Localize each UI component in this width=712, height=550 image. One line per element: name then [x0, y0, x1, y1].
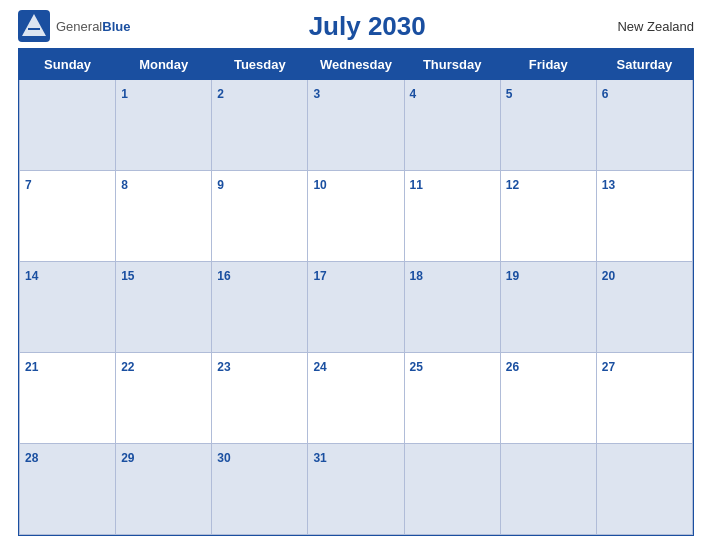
day-number: 2: [217, 87, 224, 101]
calendar-week-3: 14151617181920: [20, 262, 693, 353]
day-number: 23: [217, 360, 230, 374]
calendar-cell: 6: [596, 80, 692, 171]
calendar-cell: 11: [404, 171, 500, 262]
weekday-header-row: Sunday Monday Tuesday Wednesday Thursday…: [20, 50, 693, 80]
header-thursday: Thursday: [404, 50, 500, 80]
calendar-cell: 30: [212, 444, 308, 535]
calendar-week-5: 28293031: [20, 444, 693, 535]
header: GeneralBlue July 2030 New Zealand: [0, 0, 712, 48]
calendar-cell: 19: [500, 262, 596, 353]
calendar-title: July 2030: [130, 11, 604, 42]
day-number: 30: [217, 451, 230, 465]
day-number: 14: [25, 269, 38, 283]
calendar-week-4: 21222324252627: [20, 353, 693, 444]
calendar-body: 1234567891011121314151617181920212223242…: [20, 80, 693, 535]
calendar-cell: 5: [500, 80, 596, 171]
day-number: 7: [25, 178, 32, 192]
calendar-week-1: 123456: [20, 80, 693, 171]
calendar-cell: 14: [20, 262, 116, 353]
calendar-cell: 29: [116, 444, 212, 535]
day-number: 31: [313, 451, 326, 465]
day-number: 8: [121, 178, 128, 192]
calendar-week-2: 78910111213: [20, 171, 693, 262]
calendar-cell: 16: [212, 262, 308, 353]
calendar-cell: 25: [404, 353, 500, 444]
logo-general: General: [56, 19, 102, 34]
day-number: 28: [25, 451, 38, 465]
calendar-cell: 1: [116, 80, 212, 171]
country-label: New Zealand: [604, 19, 694, 34]
header-tuesday: Tuesday: [212, 50, 308, 80]
day-number: 13: [602, 178, 615, 192]
header-monday: Monday: [116, 50, 212, 80]
day-number: 12: [506, 178, 519, 192]
day-number: 16: [217, 269, 230, 283]
day-number: 6: [602, 87, 609, 101]
day-number: 1: [121, 87, 128, 101]
day-number: 22: [121, 360, 134, 374]
day-number: 27: [602, 360, 615, 374]
calendar-cell: 21: [20, 353, 116, 444]
calendar-table: Sunday Monday Tuesday Wednesday Thursday…: [19, 49, 693, 535]
svg-rect-2: [28, 28, 40, 30]
calendar-cell: 20: [596, 262, 692, 353]
calendar-cell: 28: [20, 444, 116, 535]
calendar-cell: 3: [308, 80, 404, 171]
calendar-cell: 27: [596, 353, 692, 444]
calendar-cell: 9: [212, 171, 308, 262]
day-number: 3: [313, 87, 320, 101]
calendar-cell: [500, 444, 596, 535]
calendar-cell: 23: [212, 353, 308, 444]
calendar-cell: 13: [596, 171, 692, 262]
logo-blue: Blue: [102, 19, 130, 34]
day-number: 25: [410, 360, 423, 374]
calendar-cell: [404, 444, 500, 535]
calendar-cell: 8: [116, 171, 212, 262]
day-number: 15: [121, 269, 134, 283]
day-number: 11: [410, 178, 423, 192]
day-number: 21: [25, 360, 38, 374]
calendar-cell: 7: [20, 171, 116, 262]
calendar-cell: 18: [404, 262, 500, 353]
day-number: 26: [506, 360, 519, 374]
day-number: 17: [313, 269, 326, 283]
day-number: 10: [313, 178, 326, 192]
day-number: 29: [121, 451, 134, 465]
calendar-cell: 10: [308, 171, 404, 262]
day-number: 19: [506, 269, 519, 283]
calendar-cell: 26: [500, 353, 596, 444]
header-friday: Friday: [500, 50, 596, 80]
calendar-cell: 24: [308, 353, 404, 444]
day-number: 18: [410, 269, 423, 283]
generalblue-icon: [18, 10, 50, 42]
day-number: 9: [217, 178, 224, 192]
calendar-cell: 31: [308, 444, 404, 535]
calendar-cell: 15: [116, 262, 212, 353]
header-sunday: Sunday: [20, 50, 116, 80]
header-wednesday: Wednesday: [308, 50, 404, 80]
logo-text: GeneralBlue: [56, 17, 130, 35]
calendar-cell: 17: [308, 262, 404, 353]
header-saturday: Saturday: [596, 50, 692, 80]
logo: GeneralBlue: [18, 10, 130, 42]
calendar-cell: 4: [404, 80, 500, 171]
day-number: 24: [313, 360, 326, 374]
day-number: 5: [506, 87, 513, 101]
calendar-cell: 22: [116, 353, 212, 444]
page: GeneralBlue July 2030 New Zealand Sunday…: [0, 0, 712, 550]
calendar-cell: [596, 444, 692, 535]
calendar: Sunday Monday Tuesday Wednesday Thursday…: [18, 48, 694, 536]
day-number: 20: [602, 269, 615, 283]
calendar-cell: 2: [212, 80, 308, 171]
calendar-cell: [20, 80, 116, 171]
day-number: 4: [410, 87, 417, 101]
calendar-cell: 12: [500, 171, 596, 262]
